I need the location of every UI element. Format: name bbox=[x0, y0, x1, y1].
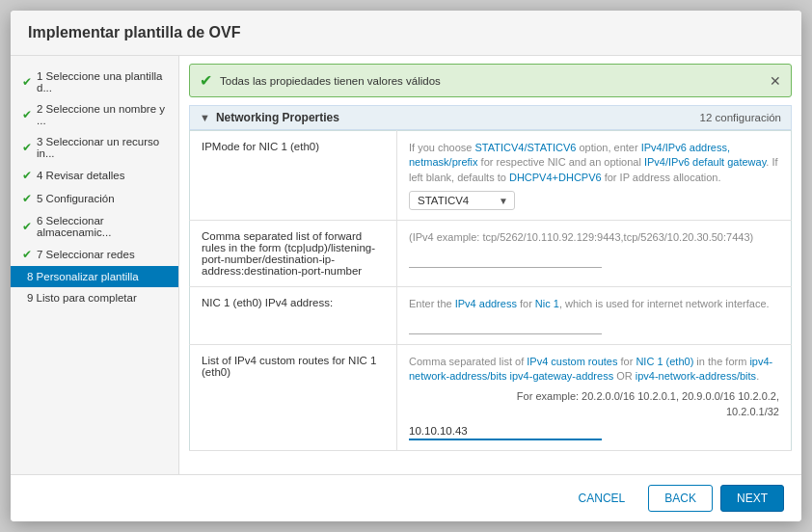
sidebar-item-step2[interactable]: ✔2 Seleccione un nombre y ... bbox=[11, 98, 178, 131]
banner-check-icon: ✔ bbox=[200, 71, 212, 90]
table-row: IPMode for NIC 1 (eth0) If you choose ST… bbox=[190, 131, 792, 221]
dialog-footer: CANCEL BACK NEXT bbox=[11, 474, 801, 521]
sidebar-item-step5[interactable]: ✔5 Configuración bbox=[11, 187, 178, 210]
sidebar-item-step8[interactable]: 8 Personalizar plantilla bbox=[11, 266, 178, 287]
next-button[interactable]: NEXT bbox=[720, 485, 784, 512]
table-row: Comma separated list of forward rules in… bbox=[190, 221, 792, 287]
sidebar-item-label: 7 Seleccionar redes bbox=[37, 249, 135, 260]
prop-label-nic1-ipv4: NIC 1 (eth0) IPv4 address: bbox=[190, 287, 397, 344]
table-row: NIC 1 (eth0) IPv4 address: Enter the IPv… bbox=[190, 287, 792, 344]
ipmode-select-wrapper: STATICV4 STATICV6 DHCPV4 DHCPV6 ▼ bbox=[409, 191, 515, 210]
sidebar-item-label: 3 Seleccionar un recurso in... bbox=[37, 136, 169, 159]
ipmode-select[interactable]: STATICV4 STATICV6 DHCPV4 DHCPV6 bbox=[409, 191, 515, 210]
prop-label-forward-rules: Comma separated list of forward rules in… bbox=[190, 221, 397, 287]
section-title: Networking Properties bbox=[216, 111, 700, 124]
sidebar-item-label: 1 Seleccione una plantilla d... bbox=[37, 70, 169, 93]
properties-table: IPMode for NIC 1 (eth0) If you choose ST… bbox=[189, 130, 792, 451]
sidebar-item-step1[interactable]: ✔1 Seleccione una plantilla d... bbox=[11, 66, 178, 98]
section-header[interactable]: ▼ Networking Properties 12 configuración bbox=[189, 105, 792, 130]
ipmode-description: If you choose STATICV4/STATICV6 option, … bbox=[409, 141, 779, 185]
prop-value-nic1-ipv4: Enter the IPv4 address for Nic 1, which … bbox=[397, 287, 792, 344]
check-icon: ✔ bbox=[22, 75, 32, 89]
dialog-body: ✔1 Seleccione una plantilla d...✔2 Selec… bbox=[11, 56, 801, 474]
sidebar-item-label: 6 Seleccionar almacenamic... bbox=[37, 215, 169, 238]
forward-rules-input[interactable] bbox=[409, 252, 602, 268]
content-area: ▼ Networking Properties 12 configuración… bbox=[179, 105, 801, 474]
sidebar-item-label: 9 Listo para completar bbox=[27, 292, 137, 304]
main-content: ✔ Todas las propiedades tienen valores v… bbox=[179, 56, 801, 474]
prop-value-ipv4-routes: Comma separated list of IPv4 custom rout… bbox=[397, 344, 792, 451]
success-banner: ✔ Todas las propiedades tienen valores v… bbox=[189, 64, 792, 97]
sidebar-item-label: 5 Configuración bbox=[37, 193, 115, 204]
check-icon: ✔ bbox=[22, 108, 32, 121]
sidebar-item-step4[interactable]: ✔4 Revisar detalles bbox=[11, 164, 178, 187]
nic1-ipv4-input[interactable] bbox=[409, 318, 602, 334]
banner-close-button[interactable]: ✕ bbox=[770, 73, 781, 89]
check-icon: ✔ bbox=[22, 192, 32, 205]
sidebar-item-label: 8 Personalizar plantilla bbox=[27, 271, 139, 282]
dialog-title: Implementar plantilla de OVF bbox=[11, 11, 801, 56]
ipv4-routes-example: For example: 20.2.0.0/16 10.2.0.1, 20.9.… bbox=[409, 389, 779, 419]
cancel-button[interactable]: CANCEL bbox=[563, 485, 641, 512]
check-icon: ✔ bbox=[22, 220, 32, 233]
sidebar-item-label: 2 Seleccione un nombre y ... bbox=[37, 103, 169, 126]
check-icon: ✔ bbox=[22, 141, 32, 154]
nic1-ipv4-description: Enter the IPv4 address for Nic 1, which … bbox=[409, 297, 779, 311]
forward-rules-description: (IPv4 example: tcp/5262/10.110.92.129:94… bbox=[409, 230, 779, 245]
prop-label-ipv4-routes: List of IPv4 custom routes for NIC 1 (et… bbox=[190, 344, 397, 451]
ipv4-routes-description: Comma separated list of IPv4 custom rout… bbox=[409, 355, 779, 385]
banner-message: Todas las propiedades tienen valores vál… bbox=[220, 75, 441, 87]
prop-label-ipmode: IPMode for NIC 1 (eth0) bbox=[190, 131, 397, 221]
check-icon: ✔ bbox=[22, 169, 32, 182]
back-button[interactable]: BACK bbox=[648, 485, 713, 512]
prop-value-ipmode: If you choose STATICV4/STATICV6 option, … bbox=[397, 131, 792, 221]
dialog: Implementar plantilla de OVF ✔1 Seleccio… bbox=[11, 11, 801, 521]
table-row: List of IPv4 custom routes for NIC 1 (et… bbox=[190, 344, 792, 451]
dialog-title-text: Implementar plantilla de OVF bbox=[28, 24, 241, 40]
sidebar-item-label: 4 Revisar detalles bbox=[37, 170, 124, 181]
check-icon: ✔ bbox=[22, 248, 32, 261]
sidebar-item-step7[interactable]: ✔7 Seleccionar redes bbox=[11, 243, 178, 266]
sidebar-item-step3[interactable]: ✔3 Seleccionar un recurso in... bbox=[11, 131, 178, 164]
sidebar-item-step6[interactable]: ✔6 Seleccionar almacenamic... bbox=[11, 210, 178, 243]
sidebar-item-step9[interactable]: 9 Listo para completar bbox=[11, 287, 178, 308]
ipv4-routes-input[interactable] bbox=[409, 423, 602, 440]
section-chevron-icon: ▼ bbox=[200, 112, 210, 123]
prop-value-forward-rules: (IPv4 example: tcp/5262/10.110.92.129:94… bbox=[397, 221, 792, 287]
sidebar: ✔1 Seleccione una plantilla d...✔2 Selec… bbox=[11, 56, 179, 474]
section-count: 12 configuración bbox=[700, 112, 781, 123]
